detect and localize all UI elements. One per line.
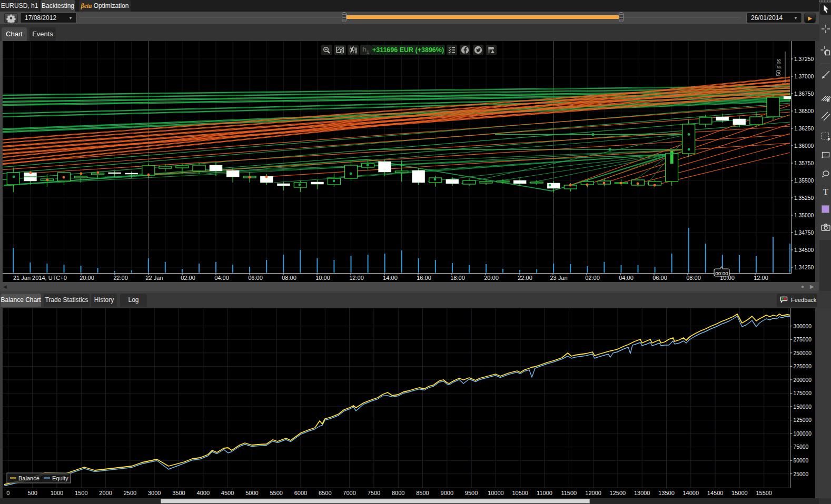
svg-text:11000: 11000 [537, 490, 552, 496]
svg-text:08:00: 08:00 [282, 275, 296, 281]
svg-text:15500: 15500 [756, 490, 772, 496]
svg-text:4000: 4000 [197, 490, 210, 496]
svg-text:14:00: 14:00 [383, 275, 398, 281]
svg-text:0: 0 [6, 490, 9, 496]
svg-text:15000: 15000 [731, 490, 748, 496]
svg-text:22 Jan: 22 Jan [145, 275, 163, 281]
svg-text:1.34750: 1.34750 [794, 230, 814, 236]
svg-text:22:00: 22:00 [113, 275, 128, 281]
svg-text:11500: 11500 [561, 490, 577, 496]
svg-text:20:00: 20:00 [484, 275, 499, 281]
svg-text:13000: 13000 [634, 490, 650, 496]
svg-text:50000: 50000 [794, 458, 809, 463]
svg-text:00:00: 00:00 [715, 270, 728, 276]
svg-text:1.34250: 1.34250 [794, 265, 814, 270]
svg-text:21 Jan 2014, UTC+0: 21 Jan 2014, UTC+0 [13, 275, 67, 281]
svg-text:2500: 2500 [124, 490, 136, 496]
svg-text:500: 500 [28, 490, 37, 496]
svg-text:12:00: 12:00 [349, 275, 364, 281]
svg-text:8000: 8000 [392, 490, 404, 496]
svg-text:7000: 7000 [343, 490, 355, 496]
svg-text:16:00: 16:00 [417, 275, 431, 281]
svg-text:50 pips: 50 pips [776, 59, 781, 76]
svg-text:10000: 10000 [488, 490, 504, 496]
svg-text:20:00: 20:00 [80, 275, 94, 281]
svg-text:23 Jan: 23 Jan [550, 275, 567, 281]
svg-text:10500: 10500 [512, 490, 528, 496]
svg-text:2000: 2000 [99, 490, 112, 496]
svg-text:100000: 100000 [794, 431, 812, 437]
svg-text:02:00: 02:00 [181, 275, 195, 281]
svg-text:75000: 75000 [794, 444, 809, 450]
svg-text:300000: 300000 [794, 324, 812, 329]
svg-text:1.35500: 1.35500 [794, 178, 814, 184]
svg-text:10:00: 10:00 [315, 275, 330, 281]
svg-text:250000: 250000 [794, 350, 812, 356]
svg-text:25000: 25000 [794, 471, 809, 477]
svg-text:7500: 7500 [368, 490, 380, 496]
svg-text:200000: 200000 [794, 377, 812, 383]
svg-text:225000: 225000 [794, 364, 812, 369]
svg-text:02:00: 02:00 [585, 275, 600, 281]
svg-text:4500: 4500 [221, 490, 234, 496]
svg-text:175000: 175000 [794, 390, 812, 396]
svg-text:9000: 9000 [441, 490, 453, 496]
svg-text:150000: 150000 [794, 404, 812, 410]
svg-text:1500: 1500 [75, 490, 87, 496]
svg-text:1.34500: 1.34500 [794, 247, 814, 253]
svg-text:275000: 275000 [794, 337, 812, 342]
svg-text:1.35750: 1.35750 [794, 160, 814, 166]
svg-text:12000: 12000 [585, 490, 601, 496]
svg-text:5500: 5500 [270, 490, 282, 496]
svg-text:Equity: Equity [52, 475, 68, 481]
svg-text:12:00: 12:00 [754, 275, 768, 281]
svg-text:3500: 3500 [172, 490, 185, 496]
svg-text:E: E [827, 98, 830, 103]
svg-text:Balance: Balance [18, 475, 39, 481]
svg-text:125000: 125000 [794, 417, 812, 423]
svg-text:1000: 1000 [51, 490, 63, 496]
svg-text:1.35250: 1.35250 [794, 195, 814, 201]
svg-text:6500: 6500 [319, 490, 331, 496]
svg-text:5000: 5000 [245, 490, 258, 496]
svg-text:1.37000: 1.37000 [794, 74, 814, 79]
svg-text:12500: 12500 [610, 490, 626, 496]
svg-text:14000: 14000 [683, 490, 699, 496]
svg-text:3000: 3000 [148, 490, 161, 496]
svg-text:9500: 9500 [465, 490, 478, 496]
svg-text:1.37250: 1.37250 [794, 56, 814, 62]
svg-text:08:00: 08:00 [686, 275, 701, 281]
svg-text:1.36500: 1.36500 [794, 108, 814, 114]
svg-text:14500: 14500 [707, 490, 724, 496]
svg-text:06:00: 06:00 [248, 275, 263, 281]
svg-text:1.36250: 1.36250 [794, 126, 814, 132]
svg-text:F: F [828, 137, 830, 142]
svg-text:1.35000: 1.35000 [794, 213, 814, 218]
svg-text:1.36750: 1.36750 [794, 91, 814, 97]
svg-text:8500: 8500 [416, 490, 429, 496]
svg-text:04:00: 04:00 [619, 275, 634, 281]
svg-text:04:00: 04:00 [214, 275, 229, 281]
svg-text:06:00: 06:00 [652, 275, 667, 281]
svg-text:18:00: 18:00 [450, 275, 465, 281]
svg-text:6000: 6000 [294, 490, 307, 496]
svg-text:1.36000: 1.36000 [794, 143, 814, 149]
svg-text:22:00: 22:00 [518, 275, 532, 281]
svg-text:13500: 13500 [658, 490, 675, 496]
